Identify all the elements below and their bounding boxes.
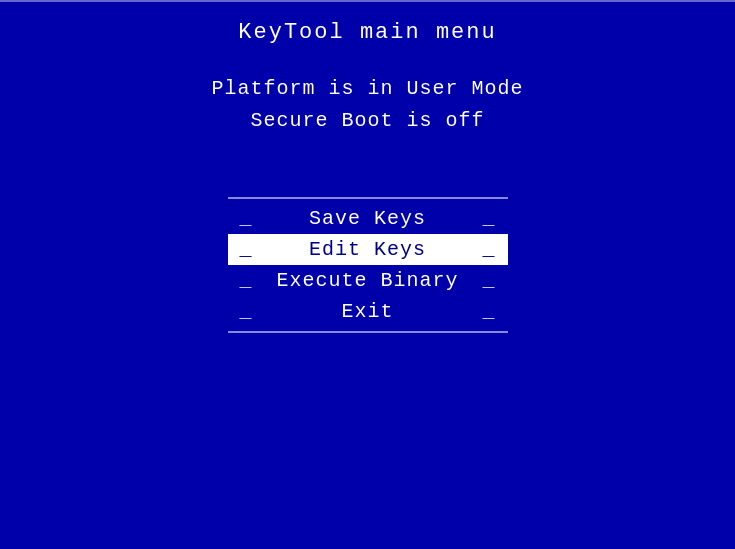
menu-item-label: Edit Keys: [258, 238, 478, 261]
menu-item-prefix: _: [240, 207, 258, 230]
top-border: [0, 0, 735, 2]
menu-border-top: [228, 197, 508, 199]
menu-item-execute-binary[interactable]: _ Execute Binary _: [228, 265, 508, 296]
status-line2: Secure Boot is off: [211, 105, 523, 137]
menu-item-label: Save Keys: [258, 207, 478, 230]
status-block: Platform is in User Mode Secure Boot is …: [211, 73, 523, 137]
app-title: KeyTool main menu: [238, 20, 496, 45]
menu-item-label: Exit: [258, 300, 478, 323]
menu-item-prefix: _: [240, 300, 258, 323]
menu-item-suffix: _: [478, 207, 496, 230]
menu-item-suffix: _: [478, 300, 496, 323]
menu-border-bottom: [228, 331, 508, 333]
menu-item-prefix: _: [240, 238, 258, 261]
menu-item-label: Execute Binary: [258, 269, 478, 292]
status-line1: Platform is in User Mode: [211, 73, 523, 105]
menu-item-prefix: _: [240, 269, 258, 292]
menu-container: _ Save Keys _ _ Edit Keys _ _ Execute Bi…: [208, 197, 528, 333]
menu-item-exit[interactable]: _ Exit _: [228, 296, 508, 327]
menu-item-save-keys[interactable]: _ Save Keys _: [228, 203, 508, 234]
menu-item-suffix: _: [478, 238, 496, 261]
menu-item-edit-keys[interactable]: _ Edit Keys _: [228, 234, 508, 265]
menu-item-suffix: _: [478, 269, 496, 292]
